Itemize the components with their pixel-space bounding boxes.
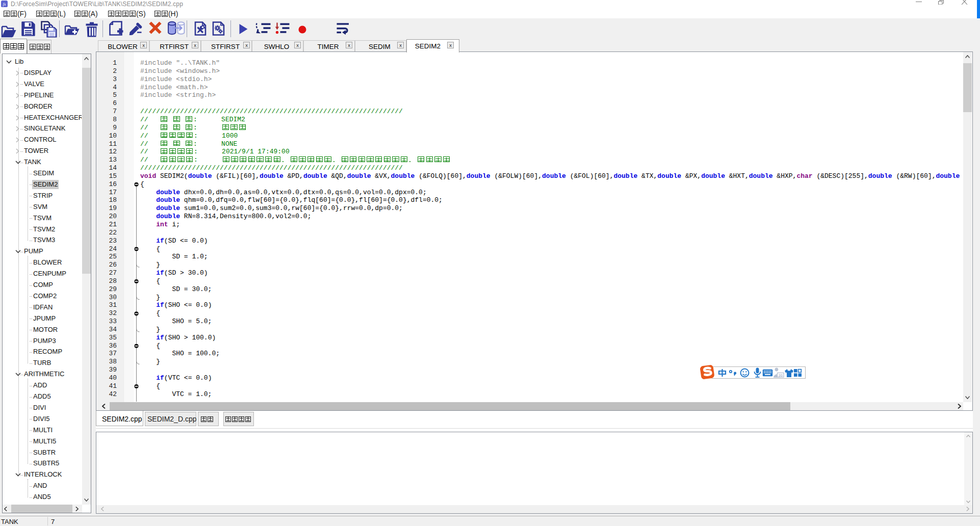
svg-text:30: 30	[779, 373, 783, 378]
